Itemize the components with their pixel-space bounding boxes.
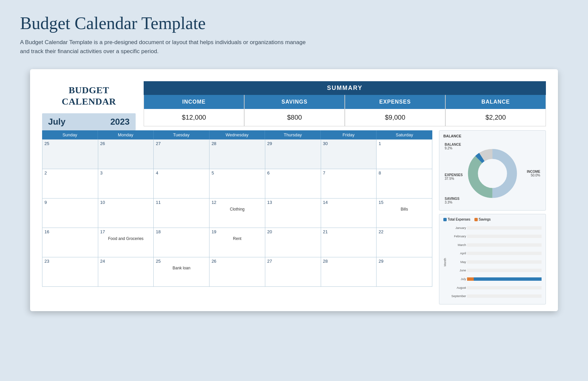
- calendar-cell[interactable]: 25Bank loan: [154, 257, 209, 287]
- calendar-cell[interactable]: 20: [265, 228, 321, 257]
- calendar-cell[interactable]: 25: [42, 140, 98, 169]
- calendar-cell[interactable]: 30: [321, 140, 377, 169]
- calendar-cell[interactable]: 29: [377, 257, 432, 287]
- calendar-cell[interactable]: 28: [209, 140, 265, 169]
- calendar-cell[interactable]: 9: [42, 199, 98, 228]
- cell-number: 23: [44, 259, 96, 264]
- cell-number: 10: [100, 200, 152, 205]
- summary-expenses-col: EXPENSES $9,000: [345, 95, 445, 126]
- balance-header: BALANCE: [446, 95, 546, 109]
- day-header-monday: Monday: [98, 130, 154, 139]
- cell-number: 1: [379, 141, 430, 146]
- calendar-cell[interactable]: 3: [98, 169, 154, 199]
- bar-chart-box: Total Expenses Savings Month JanuaryFebr…: [439, 214, 546, 304]
- calendar-grid: 252627282930123456789101112Clothing13141…: [42, 139, 432, 287]
- cell-number: 26: [100, 141, 152, 146]
- calendar-cell[interactable]: 16: [42, 228, 98, 257]
- calendar-section: Sunday Monday Tuesday Wednesday Thursday…: [42, 130, 432, 304]
- cell-number: 22: [379, 229, 430, 234]
- calendar-cell[interactable]: 6: [265, 169, 321, 199]
- savings-value: $800: [245, 109, 344, 126]
- bar-row: June: [449, 268, 542, 273]
- cell-number: 27: [267, 259, 319, 264]
- income-header: INCOME: [144, 95, 244, 109]
- donut-svg: [464, 145, 521, 202]
- charts-panel: BALANCE: [439, 130, 546, 304]
- bar-row-track: [467, 235, 542, 238]
- cell-number: 18: [156, 229, 207, 234]
- month-year-row: July 2023: [42, 113, 136, 130]
- summary-columns: INCOME $12,000 SAVINGS $800 EXPENSES $9,…: [144, 95, 546, 126]
- calendar-cell[interactable]: 14: [321, 199, 377, 228]
- bar-row: January: [449, 225, 542, 231]
- calendar-cell[interactable]: 27: [265, 257, 321, 287]
- calendar-cell[interactable]: 11: [154, 199, 209, 228]
- day-header-sunday: Sunday: [42, 130, 98, 139]
- calendar-cell[interactable]: 29: [265, 140, 321, 169]
- calendar-cell[interactable]: 23: [42, 257, 98, 287]
- legend-savings: SAVINGS 3.3%: [445, 197, 459, 204]
- bar-y-axis-label: Month: [443, 258, 447, 266]
- year-label: 2023: [110, 117, 130, 127]
- calendar-cell[interactable]: 22: [377, 228, 432, 257]
- calendar-cell[interactable]: 7: [321, 169, 377, 199]
- expenses-header: EXPENSES: [345, 95, 445, 109]
- calendar-cell[interactable]: 28: [321, 257, 377, 287]
- cell-number: 8: [379, 170, 430, 175]
- calendar-cell[interactable]: 17Food and Groceries: [98, 228, 154, 257]
- cell-number: 12: [211, 200, 263, 205]
- cell-number: 15: [379, 200, 430, 205]
- calendar-cell[interactable]: 13: [265, 199, 321, 228]
- calendar-cell[interactable]: 2: [42, 169, 98, 199]
- page-description: A Budget Calendar Template is a pre-desi…: [20, 38, 307, 56]
- bar-row-track: [467, 269, 542, 272]
- cell-number: 25: [44, 141, 96, 146]
- cell-number: 2: [44, 170, 96, 175]
- cell-number: 28: [211, 141, 263, 146]
- calendar-cell[interactable]: 12Clothing: [209, 199, 265, 228]
- calendar-cell[interactable]: 15Bills: [377, 199, 432, 228]
- calendar-cell[interactable]: 5: [209, 169, 265, 199]
- calendar-cell[interactable]: 18: [154, 228, 209, 257]
- calendar-cell[interactable]: 10: [98, 199, 154, 228]
- cell-event: Food and Groceries: [100, 236, 152, 241]
- bar-row: February: [449, 234, 542, 239]
- day-header-tuesday: Tuesday: [154, 130, 209, 139]
- calendar-cell[interactable]: 19Rent: [209, 228, 265, 257]
- bar-row-track: [467, 243, 542, 247]
- calendar-cell[interactable]: 26: [209, 257, 265, 287]
- expenses-bar: [467, 277, 542, 281]
- month-label: July: [48, 117, 65, 127]
- bar-row-track: [467, 252, 542, 255]
- calendar-cell[interactable]: 27: [154, 140, 209, 169]
- cell-number: 20: [267, 229, 319, 234]
- bar-row-label: August: [449, 286, 466, 289]
- donut-container: INCOME 50.0% EXPENSES 37.5% SAVINGS 3.3%: [443, 140, 542, 207]
- budget-title: BUDGET CALENDAR: [42, 85, 136, 107]
- cell-event: Bills: [379, 207, 430, 212]
- savings-bar: [467, 277, 474, 281]
- budget-title-block: BUDGET CALENDAR July 2023: [42, 81, 136, 130]
- calendar-cell[interactable]: 26: [98, 140, 154, 169]
- svg-point-4: [478, 159, 507, 187]
- calendar-cell[interactable]: 4: [154, 169, 209, 199]
- cell-number: 30: [323, 141, 375, 146]
- day-header-wednesday: Wednesday: [209, 130, 265, 139]
- cell-number: 6: [267, 170, 319, 175]
- calendar-cell[interactable]: 24: [98, 257, 154, 287]
- cell-number: 16: [44, 229, 96, 234]
- bar-row-label: September: [449, 294, 466, 298]
- calendar-cell[interactable]: 8: [377, 169, 432, 199]
- calendar-cell[interactable]: 1: [377, 140, 432, 169]
- cell-event: Clothing: [211, 207, 263, 212]
- calendar-cell[interactable]: 21: [321, 228, 377, 257]
- bar-row-track: [467, 286, 542, 289]
- cell-number: 28: [323, 259, 375, 264]
- document-card: BUDGET CALENDAR July 2023 SUMMARY INCOME…: [30, 69, 558, 311]
- cell-number: 19: [211, 229, 263, 234]
- bar-row-label: April: [449, 252, 466, 255]
- cell-event: Bank loan: [156, 266, 207, 270]
- donut-chart-title: BALANCE: [443, 134, 542, 138]
- savings-header: SAVINGS: [245, 95, 344, 109]
- page-title: Budget Calendar Template: [20, 13, 568, 33]
